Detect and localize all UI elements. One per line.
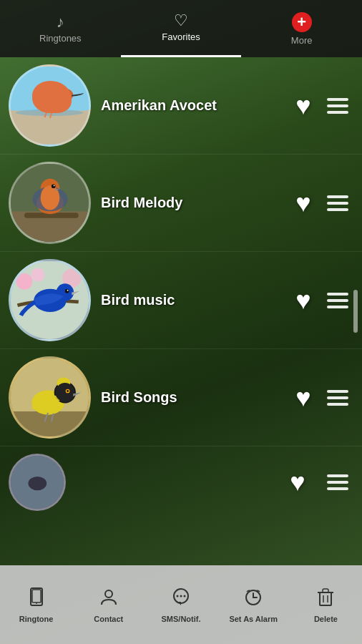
- ringtone-label: Ringtone: [19, 615, 54, 623]
- heart-icon: ♥: [295, 91, 310, 121]
- alarm-icon: [243, 587, 263, 612]
- heart-tab-icon: ♡: [174, 13, 188, 29]
- delete-icon: [315, 587, 336, 612]
- avatar: [9, 259, 91, 341]
- tab-more-label: More: [291, 35, 313, 46]
- svg-rect-48: [320, 592, 331, 605]
- sms-label: SMS/Notif.: [162, 615, 201, 623]
- heart-icon: ♥: [295, 286, 310, 316]
- avatar: [9, 454, 66, 511]
- song-title: Bird music: [91, 292, 288, 308]
- menu-line: [327, 390, 348, 393]
- svg-point-30: [56, 383, 75, 402]
- menu-line: [327, 299, 348, 302]
- menu-line: [327, 487, 348, 490]
- tab-more[interactable]: + More: [241, 0, 362, 57]
- avatar: [9, 162, 91, 244]
- svg-point-42: [177, 595, 179, 597]
- menu-line: [327, 403, 348, 406]
- svg-point-32: [67, 390, 69, 392]
- song-title: Bird Melody: [91, 195, 288, 211]
- svg-point-14: [52, 184, 56, 188]
- delete-action[interactable]: Delete: [290, 566, 362, 644]
- bottom-toolbar: Ringtone Contact SMS/Notif.: [0, 565, 362, 644]
- scroll-indicator: [353, 290, 358, 333]
- svg-point-18: [31, 268, 44, 281]
- favorite-button[interactable]: ♥: [288, 90, 319, 122]
- heart-icon: ♥: [295, 188, 310, 218]
- song-title: Bird Songs: [91, 389, 288, 406]
- favorite-button[interactable]: ♥: [288, 285, 319, 316]
- avatar: [9, 356, 91, 439]
- svg-point-15: [54, 185, 55, 186]
- list-item: Bird music ♥: [0, 252, 362, 349]
- tab-bar: ♪ Ringtones ♡ Favorites + More: [0, 0, 362, 57]
- svg-point-36: [28, 477, 47, 490]
- svg-point-44: [184, 595, 186, 597]
- ringtone-action[interactable]: Ringtone: [0, 566, 72, 644]
- menu-button[interactable]: [322, 467, 353, 498]
- svg-point-24: [67, 290, 69, 291]
- svg-point-40: [105, 590, 112, 597]
- contact-icon: [99, 587, 119, 612]
- favorite-button[interactable]: ♥: [288, 187, 319, 219]
- menu-button[interactable]: [322, 90, 353, 122]
- tab-favorites-label: Favorites: [162, 31, 200, 42]
- menu-line: [327, 293, 348, 296]
- list-item-partial: ♥: [0, 447, 362, 518]
- svg-point-23: [65, 289, 69, 293]
- music-icon: ♪: [57, 14, 64, 30]
- menu-line: [327, 104, 348, 107]
- menu-button[interactable]: [322, 187, 353, 219]
- menu-line: [327, 195, 348, 198]
- menu-line: [327, 474, 348, 477]
- menu-line: [327, 306, 348, 308]
- song-title: Amerikan Avocet: [91, 97, 288, 114]
- alarm-action[interactable]: Set As Alarm: [217, 566, 290, 644]
- sms-action[interactable]: SMS/Notif.: [145, 566, 217, 644]
- more-plus-icon: +: [292, 12, 312, 32]
- svg-rect-38: [32, 590, 41, 602]
- svg-point-4: [59, 89, 73, 101]
- tab-ringtones[interactable]: ♪ Ringtones: [0, 0, 121, 57]
- heart-icon: ♥: [295, 383, 310, 413]
- alarm-label: Set As Alarm: [229, 615, 278, 623]
- contact-label: Contact: [94, 615, 123, 623]
- svg-point-39: [36, 602, 37, 604]
- phone-icon: [26, 587, 47, 612]
- tab-ringtones-label: Ringtones: [39, 33, 82, 44]
- list-item: Bird Melody ♥: [0, 155, 362, 252]
- menu-line: [327, 396, 348, 399]
- svg-point-2: [16, 109, 84, 116]
- list-item: Amerikan Avocet ♥: [0, 57, 362, 155]
- avatar: [9, 64, 91, 147]
- song-list-container: Amerikan Avocet ♥: [0, 57, 362, 565]
- menu-button[interactable]: [322, 382, 353, 414]
- sms-icon: [171, 587, 191, 612]
- svg-point-43: [180, 595, 182, 597]
- menu-button[interactable]: [322, 285, 353, 316]
- list-item: Bird Songs ♥: [0, 349, 362, 447]
- delete-label: Delete: [314, 615, 338, 623]
- menu-line: [327, 481, 348, 484]
- svg-point-17: [16, 273, 33, 290]
- svg-rect-26: [11, 411, 89, 436]
- tab-favorites[interactable]: ♡ Favorites: [121, 0, 242, 57]
- svg-point-3: [38, 92, 68, 112]
- favorite-button[interactable]: ♥: [288, 382, 319, 414]
- menu-line: [327, 98, 348, 101]
- menu-line: [327, 208, 348, 211]
- favorite-button[interactable]: ♥: [282, 467, 313, 498]
- menu-line: [327, 202, 348, 205]
- menu-line: [327, 111, 348, 114]
- contact-action[interactable]: Contact: [72, 566, 145, 644]
